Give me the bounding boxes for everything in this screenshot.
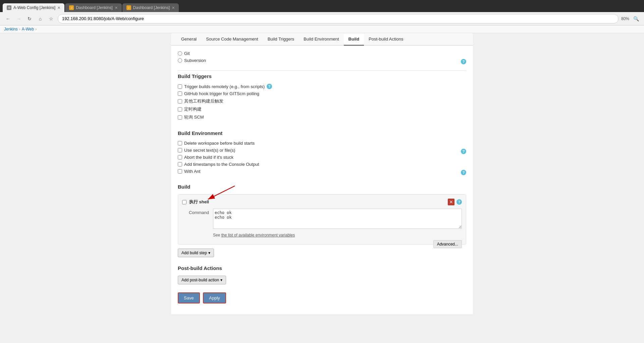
tab-close-2[interactable]: ✕ [115,6,118,10]
tab-favicon-1: ⚙ [7,5,11,10]
apply-button[interactable]: Apply [203,292,226,303]
build-section-title: Build [178,184,466,191]
tab-close-1[interactable]: ✕ [57,6,60,10]
tab-source-code[interactable]: Source Code Management [201,33,263,46]
scm-subversion-label: Subversion [184,58,206,63]
search-button[interactable]: 🔍 [632,15,640,23]
build-shell-box: 执行 shell ✕ ? Command echo ok echo ok [178,194,466,245]
tab-general[interactable]: General [176,33,201,46]
env-prefix: See [213,233,221,237]
address-input[interactable] [58,14,619,23]
post-build-title: Post-build Actions [178,265,466,272]
home-button[interactable]: ⌂ [36,15,44,23]
scm-git-label: Git [184,51,190,56]
address-bar: ← → ↻ ⌂ ☆ 80% 🔍 [0,12,644,25]
build-shell-wrapper: 执行 shell ✕ ? Command echo ok echo ok [178,194,466,245]
scm-subversion-radio[interactable] [178,58,182,63]
trigger-item-4: 定时构建 [178,106,466,112]
refresh-button[interactable]: ↻ [25,15,34,23]
footer-buttons: Save Apply [178,292,466,303]
tab-dashboard-2[interactable]: J Dashboard [Jenkins] ✕ [122,3,179,12]
command-textarea[interactable]: echo ok echo ok [213,209,462,229]
add-build-step-container: Add build step ▾ [178,249,466,257]
env-item-5: With Ant [178,169,200,174]
env-label-5: With Ant [184,169,200,174]
env-vars-note: See the list of available environment va… [213,232,462,237]
env-checkbox-5[interactable] [178,169,182,174]
add-post-build-label: Add post-build action [181,278,219,282]
env-item-2: Use secret text(s) or file(s) [178,148,235,153]
trigger-label-5: 轮询 SCM [184,114,204,120]
tab-label-2: Dashboard [Jenkins] [76,5,112,10]
tab-build-environment[interactable]: Build Environment [299,33,344,46]
tab-bar: ⚙ A-Web Config [Jenkins] ✕ J Dashboard [… [0,0,644,12]
trigger-info-1[interactable]: ? [267,84,272,89]
page-body: Git Subversion ? Build Triggers Trigger … [171,46,473,314]
trigger-label-3: 其他工程构建后触发 [184,98,223,104]
env-item-1: Delete workspace before build starts [178,141,466,146]
bookmark-button[interactable]: ☆ [47,15,55,23]
tab-post-build[interactable]: Post-build Actions [364,33,408,46]
back-button[interactable]: ← [4,15,12,23]
tab-close-3[interactable]: ✕ [172,6,175,10]
trigger-item-2: GitHub hook trigger for GITScm polling [178,91,466,96]
add-build-step-label: Add build step [181,251,207,255]
breadcrumb: Jenkins › A-Web › [0,25,644,33]
tab-build-triggers[interactable]: Build Triggers [263,33,299,46]
add-build-step-button[interactable]: Add build step ▾ [178,249,214,257]
main-content: General Source Code Management Build Tri… [171,33,473,314]
save-button[interactable]: Save [178,292,200,303]
trigger-label-2: GitHub hook trigger for GITScm polling [184,91,259,96]
env-info-5[interactable]: ? [461,170,466,175]
trigger-checkbox-2[interactable] [178,91,182,96]
build-section: Build 执行 shell [178,184,466,257]
trigger-checkbox-4[interactable] [178,107,182,112]
shell-info-btn[interactable]: ? [457,199,462,205]
build-triggers-checkboxes: Trigger builds remotely (e.g., from scri… [178,84,466,122]
trigger-item-1: Trigger builds remotely (e.g., from scri… [178,84,466,89]
env-checkbox-1[interactable] [178,141,182,145]
env-label-4: Add timestamps to the Console Output [184,162,259,167]
trigger-label-4: 定时构建 [184,106,202,112]
env-info-2[interactable]: ? [461,149,466,154]
scm-section: Git Subversion ? [178,51,466,65]
add-post-build-container: Add post-build action ▾ [178,276,466,284]
env-label-3: Abort the build if it's stuck [184,155,233,160]
env-link[interactable]: the list of available environment variab… [221,233,295,237]
forward-button[interactable]: → [15,15,23,23]
zoom-level: 80% [621,16,629,21]
tab-build[interactable]: Build [344,33,364,46]
shell-close-btn[interactable]: ✕ [448,199,454,205]
env-item-4: Add timestamps to the Console Output [178,162,466,167]
build-triggers-title: Build Triggers [178,73,466,80]
advanced-button[interactable]: Advanced... [433,240,462,248]
trigger-item-3: 其他工程构建后触发 [178,98,466,104]
tab-dashboard-1[interactable]: J Dashboard [Jenkins] ✕ [65,3,121,12]
scm-git-radio[interactable] [178,51,182,56]
build-triggers-section: Build Triggers Trigger builds remotely (… [178,73,466,122]
build-environment-title: Build Environment [178,130,466,137]
shell-checkbox[interactable] [182,200,186,204]
env-checkbox-2[interactable] [178,148,182,152]
tab-favicon-2: J [69,5,74,10]
breadcrumb-aweb[interactable]: A-Web [22,27,34,31]
command-value-wrapper: echo ok echo ok [213,209,462,230]
scm-info-btn[interactable]: ? [461,59,466,64]
trigger-checkbox-3[interactable] [178,99,182,104]
trigger-checkbox-1[interactable] [178,84,182,89]
build-environment-section: Build Environment Delete workspace befor… [178,130,466,176]
trigger-checkbox-5[interactable] [178,115,182,120]
add-post-build-button[interactable]: Add post-build action ▾ [178,276,226,284]
post-build-section: Post-build Actions Add post-build action… [178,265,466,284]
env-label-1: Delete workspace before build starts [184,141,255,146]
trigger-item-5: 轮询 SCM [178,114,466,120]
build-shell-header: 执行 shell ✕ ? [182,199,462,205]
env-item-3: Abort the build if it's stuck [178,155,466,160]
tab-favicon-3: J [126,5,131,10]
env-checkbox-4[interactable] [178,162,182,166]
tab-aweb-config[interactable]: ⚙ A-Web Config [Jenkins] ✕ [3,3,64,12]
breadcrumb-jenkins[interactable]: Jenkins [4,27,18,31]
env-label-2: Use secret text(s) or file(s) [184,148,235,153]
tab-label-1: A-Web Config [Jenkins] [13,5,55,10]
env-checkbox-3[interactable] [178,155,182,159]
